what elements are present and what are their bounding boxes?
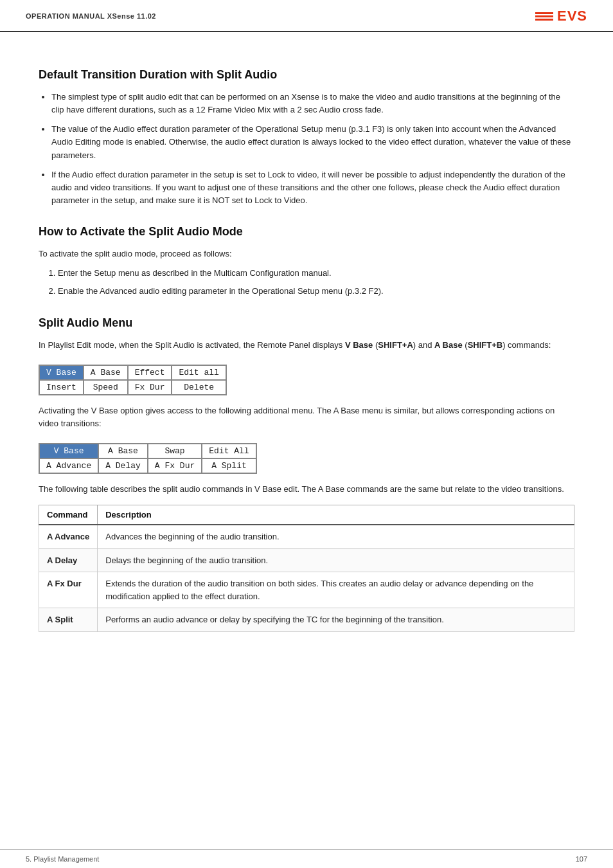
activate-split-intro: To activate the split audio mode, procee… bbox=[39, 248, 574, 260]
footer-right: 107 bbox=[576, 855, 587, 863]
desc-a-delay: Delays the beginning of the audio transi… bbox=[98, 548, 574, 572]
menu1-r2c4: Delete bbox=[172, 380, 226, 395]
command-a-delay: A Delay bbox=[39, 548, 98, 572]
page-footer: 5. Playlist Management 107 bbox=[0, 849, 613, 868]
logo-lines-icon bbox=[535, 12, 553, 21]
section-heading-split-audio-menu: Split Audio Menu bbox=[39, 316, 574, 330]
bullet-2: The value of the Audio effect duration p… bbox=[51, 123, 574, 161]
between-menus-text: Activating the V Base option gives acces… bbox=[39, 404, 574, 430]
step-1: Enter the Setup menu as described in the… bbox=[58, 267, 574, 280]
menu1-r2c1: Insert bbox=[39, 380, 84, 395]
step-2: Enable the Advanced audio editing parame… bbox=[58, 285, 574, 298]
menu1-r1c4: Edit all bbox=[172, 365, 226, 380]
table-header-description: Description bbox=[98, 505, 574, 525]
menu1-r1c3: Effect bbox=[128, 365, 172, 380]
bullet-1: The simplest type of split audio edit th… bbox=[51, 91, 574, 116]
footer-left: 5. Playlist Management bbox=[26, 855, 99, 863]
split-audio-commands-table: Command Description A Advance Advances t… bbox=[39, 505, 574, 632]
menu-grid-1: V Base A Base Effect Edit all Insert Spe… bbox=[39, 365, 227, 395]
menu2-r1c3: Swap bbox=[148, 444, 202, 458]
table-intro-text: The following table describes the split … bbox=[39, 483, 574, 496]
menu2-r2c3: A Fx Dur bbox=[148, 458, 202, 473]
page-header: OPERATION MANUAL XSense 11.02 EVS bbox=[0, 0, 613, 32]
abase-bold: A Base bbox=[434, 340, 463, 350]
split-audio-menu-intro: In Playlist Edit mode, when the Split Au… bbox=[39, 339, 574, 352]
table-row: A Advance Advances the beginning of the … bbox=[39, 525, 574, 548]
logo-line-1 bbox=[535, 12, 553, 14]
main-content: Default Transition Duration with Split A… bbox=[0, 32, 613, 849]
menu1-r1c1: V Base bbox=[39, 365, 84, 380]
logo-line-3 bbox=[535, 19, 553, 21]
menu-grid-2: V Base A Base Swap Edit All A Advance A … bbox=[39, 443, 257, 474]
header-title: OPERATION MANUAL XSense 11.02 bbox=[26, 12, 156, 20]
bullet-3: If the Audio effect duration parameter i… bbox=[51, 168, 574, 207]
page: OPERATION MANUAL XSense 11.02 EVS Defaul… bbox=[0, 0, 613, 868]
menu1-r2c2: Speed bbox=[84, 380, 128, 395]
menu1-r2c3: Fx Dur bbox=[128, 380, 172, 395]
command-a-advance: A Advance bbox=[39, 525, 98, 548]
table-header-row: Command Description bbox=[39, 505, 574, 525]
menu2-r1c2: A Base bbox=[98, 444, 148, 458]
vbase-bold: V Base bbox=[345, 340, 373, 350]
menu2-r2c1: A Advance bbox=[39, 458, 98, 473]
activate-split-steps: Enter the Setup menu as described in the… bbox=[58, 267, 574, 298]
section-heading-activate-split: How to Activate the Split Audio Mode bbox=[39, 225, 574, 239]
menu2-r2c4: A Split bbox=[202, 458, 256, 473]
section-heading-default-transition: Default Transition Duration with Split A… bbox=[39, 68, 574, 82]
table-row: A Fx Dur Extends the duration of the aud… bbox=[39, 572, 574, 608]
table-row: A Split Performs an audio advance or del… bbox=[39, 608, 574, 632]
evs-logo: EVS bbox=[535, 8, 587, 24]
logo-text: EVS bbox=[557, 8, 587, 24]
menu2-r1c4: Edit All bbox=[202, 444, 256, 458]
menu2-r1c1: V Base bbox=[39, 444, 98, 458]
desc-a-split: Performs an audio advance or delay by sp… bbox=[98, 608, 574, 632]
command-a-split: A Split bbox=[39, 608, 98, 632]
desc-a-fx-dur: Extends the duration of the audio transi… bbox=[98, 572, 574, 608]
desc-a-advance: Advances the beginning of the audio tran… bbox=[98, 525, 574, 548]
shifta-bold: SHIFT+A bbox=[378, 340, 413, 350]
menu1-r1c2: A Base bbox=[84, 365, 128, 380]
shiftb-bold: SHIFT+B bbox=[468, 340, 503, 350]
table-row: A Delay Delays the beginning of the audi… bbox=[39, 548, 574, 572]
table-header-command: Command bbox=[39, 505, 98, 525]
command-a-fx-dur: A Fx Dur bbox=[39, 572, 98, 608]
logo-line-2 bbox=[535, 15, 553, 17]
default-transition-bullets: The simplest type of split audio edit th… bbox=[51, 91, 574, 207]
menu2-r2c2: A Delay bbox=[98, 458, 148, 473]
